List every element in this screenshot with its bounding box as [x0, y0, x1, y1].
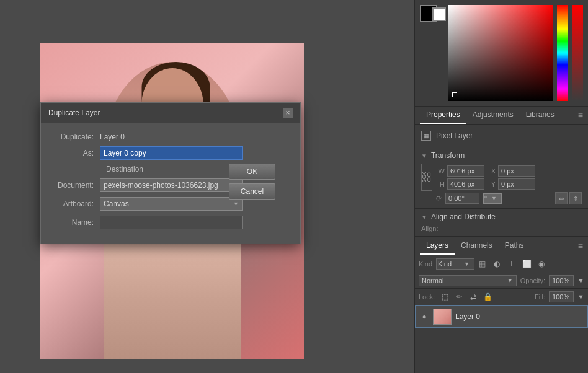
layer-thumbnail [433, 309, 452, 325]
layer-name[interactable]: Layer 0 [455, 312, 480, 321]
kind-label: Kind [419, 260, 432, 268]
transform-section: ▼ Transform ⛓ W 6016 px X H Y ⟳ ° [415, 147, 588, 209]
name-row: Name: [53, 216, 288, 229]
fill-input[interactable] [549, 291, 574, 302]
wh-xy-grid: W 6016 px X H Y [436, 165, 535, 190]
layers-menu-icon[interactable]: ≡ [578, 241, 583, 251]
tab-layers[interactable]: Layers [420, 237, 455, 255]
color-gradient[interactable] [448, 5, 553, 101]
document-select[interactable]: pexels-moose-photos-1036623.jpg [100, 178, 243, 192]
blend-mode-select[interactable]: Normal [419, 275, 517, 286]
layers-panel: Layers Channels Paths ≡ Kind Kind ▦ ◐ T … [415, 237, 588, 361]
pixel-layer-icon: ▦ [421, 131, 431, 141]
h-label: H [436, 180, 445, 188]
dialog-overlay: Duplicate Layer × Duplicate: Layer 0 As: [0, 0, 414, 373]
h-input[interactable] [447, 178, 484, 190]
pixel-layer-section: ▦ Pixel Layer [415, 125, 588, 147]
properties-tabs: Properties Adjustments Libraries ≡ [415, 107, 588, 125]
transform-header: ▼ Transform [421, 151, 582, 160]
align-section: ▼ Align and Distribute Align: [415, 209, 588, 237]
lock-all-btn[interactable]: 🔒 [481, 291, 494, 303]
layers-toolbar: Kind Kind ▦ ◐ T ⬜ ◉ [415, 255, 588, 273]
tab-paths[interactable]: Paths [499, 237, 530, 255]
kind-select[interactable]: Kind [436, 258, 474, 270]
lock-artboard-btn[interactable]: ⇄ [467, 291, 479, 303]
align-header: ▼ Align and Distribute [421, 213, 582, 221]
lock-label: Lock: [419, 293, 435, 301]
dialog-titlebar: Duplicate Layer × [41, 103, 300, 123]
x-input[interactable] [498, 165, 535, 177]
layer-item: ● Layer 0 [415, 305, 588, 328]
tab-properties[interactable]: Properties [420, 107, 466, 124]
opacity-label: Opacity: [520, 277, 545, 284]
artboard-label: Artboard: [53, 200, 100, 208]
flip-v-button[interactable]: ⇕ [569, 192, 582, 204]
color-picker-area [415, 0, 588, 107]
name-input[interactable] [100, 216, 243, 229]
document-select-wrapper: pexels-moose-photos-1036623.jpg [100, 178, 243, 192]
opacity-input[interactable] [549, 275, 574, 286]
duplicate-row: Duplicate: Layer 0 [53, 133, 288, 141]
dialog-close-button[interactable]: × [283, 108, 293, 118]
duplicate-layer-dialog: Duplicate Layer × Duplicate: Layer 0 As: [40, 102, 301, 244]
color-spectrum[interactable] [557, 5, 568, 101]
document-label: Document: [53, 181, 100, 190]
align-title: Align and Distribute [431, 213, 496, 221]
transform-title: Transform [431, 151, 465, 160]
y-input[interactable] [498, 178, 535, 190]
angle-unit-select: ° [483, 193, 501, 204]
properties-menu-icon[interactable]: ≡ [578, 110, 583, 120]
layers-tabs: Layers Channels Paths ≡ [415, 237, 588, 255]
layer-visibility-toggle[interactable]: ● [419, 312, 429, 322]
align-label: Align: [421, 225, 439, 232]
angle-input[interactable] [445, 193, 479, 204]
lock-position-btn[interactable]: ✏ [453, 291, 465, 303]
cancel-button[interactable]: Cancel [229, 183, 275, 200]
background-swatch[interactable] [432, 7, 446, 21]
w-label: W [436, 167, 445, 175]
layer-thumb-inner [434, 309, 451, 324]
blend-mode-row: Normal Opacity: ▼ [415, 273, 588, 289]
artboard-select[interactable]: Canvas [100, 197, 243, 211]
name-label: Name: [53, 218, 100, 227]
layers-icon-adjust[interactable]: ◐ [491, 258, 503, 270]
link-chain-icon[interactable]: ⛓ [421, 164, 432, 191]
tab-adjustments[interactable]: Adjustments [466, 107, 520, 124]
tab-libraries[interactable]: Libraries [520, 107, 561, 124]
layers-icon-type[interactable]: T [506, 258, 518, 270]
flip-h-button[interactable]: ⇔ [555, 192, 568, 204]
opacity-chevron[interactable]: ▼ [577, 277, 584, 284]
layers-icon-smart[interactable]: ◉ [535, 258, 548, 270]
lock-pixel-btn[interactable]: ⬚ [439, 291, 451, 303]
angle-unit[interactable]: ° [483, 193, 502, 204]
duplicate-value: Layer 0 [100, 133, 125, 141]
layers-icon-pixel[interactable]: ▦ [476, 258, 488, 270]
dialog-buttons: OK Cancel [229, 164, 275, 200]
dialog-title: Duplicate Layer [48, 108, 100, 117]
fill-chevron[interactable]: ▼ [577, 293, 584, 301]
transform-inputs: ⛓ W 6016 px X H Y [421, 164, 582, 191]
color-picker-row [420, 5, 583, 101]
color-alpha-slider[interactable] [572, 5, 583, 101]
as-input[interactable] [100, 146, 243, 160]
align-arrow[interactable]: ▼ [421, 214, 427, 221]
as-label: As: [53, 149, 100, 157]
ok-button[interactable]: OK [229, 164, 275, 180]
angle-icon: ⟳ [436, 195, 442, 203]
flip-icons: ⇔ ⇕ [555, 192, 582, 204]
duplicate-label: Duplicate: [53, 133, 100, 141]
blend-select-wrapper: Normal [419, 275, 517, 286]
lock-row: Lock: ⬚ ✏ ⇄ 🔒 Fill: ▼ [415, 289, 588, 305]
pixel-layer-label: Pixel Layer [436, 131, 473, 140]
right-panel: Properties Adjustments Libraries ≡ ▦ Pix… [414, 0, 588, 373]
lock-icons: ⬚ ✏ ⇄ 🔒 [439, 291, 494, 303]
w-input[interactable]: 6016 px [447, 165, 484, 177]
color-swatches [420, 5, 445, 32]
transform-arrow[interactable]: ▼ [421, 152, 427, 159]
layers-icon-shape[interactable]: ⬜ [520, 258, 533, 270]
artboard-select-wrapper: Canvas [100, 197, 243, 211]
fill-label: Fill: [535, 293, 545, 301]
canvas-area: Duplicate Layer × Duplicate: Layer 0 As: [0, 0, 414, 373]
x-label: X [487, 167, 496, 175]
tab-channels[interactable]: Channels [455, 237, 499, 255]
